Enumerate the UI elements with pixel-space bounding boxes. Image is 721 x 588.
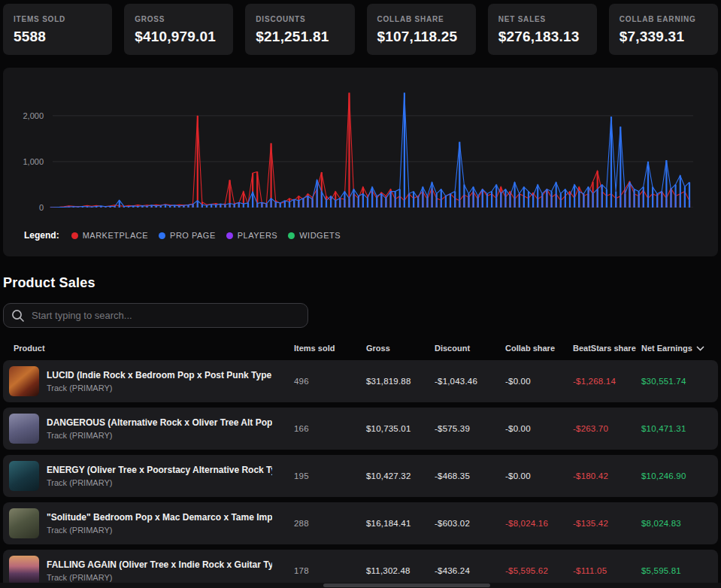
stat-card-label: DISCOUNTS bbox=[256, 15, 344, 23]
bar-pro-page bbox=[243, 204, 244, 208]
beatstars-share-cell: -$135.42 bbox=[573, 519, 641, 528]
horizontal-scrollbar-thumb[interactable] bbox=[323, 583, 490, 587]
stat-card-value: $107,118.25 bbox=[377, 29, 465, 45]
column-header-beatstars-share[interactable]: BeatStars share bbox=[573, 344, 641, 353]
column-header-label: Items sold bbox=[294, 344, 335, 353]
bar-pro-page bbox=[399, 189, 401, 208]
table-row[interactable]: DANGEROUS (Alternative Rock x Oliver Tre… bbox=[3, 408, 718, 450]
horizontal-scrollbar bbox=[0, 583, 721, 588]
bar-pro-page bbox=[395, 192, 396, 208]
gross-cell: $11,302.48 bbox=[366, 566, 435, 575]
legend-item-marketplace[interactable]: MARKETPLACE bbox=[71, 231, 148, 240]
album-art-thumbnail bbox=[9, 508, 39, 538]
bar-pro-page bbox=[156, 206, 157, 208]
product-text: ENERGY (Oliver Tree x Poorstacy Alternat… bbox=[47, 465, 272, 487]
legend-dot-icon bbox=[159, 232, 165, 239]
bar-pro-page bbox=[670, 189, 671, 208]
legend-dot-icon bbox=[226, 232, 233, 239]
bar-pro-page bbox=[77, 207, 79, 208]
bar-pro-page bbox=[519, 194, 520, 208]
table-row[interactable]: "Solitude" Bedroom Pop x Mac Demarco x T… bbox=[3, 502, 718, 544]
bar-pro-page bbox=[615, 192, 616, 208]
bar-pro-page bbox=[551, 192, 553, 208]
bar-pro-page bbox=[426, 196, 428, 208]
bar-pro-page bbox=[532, 196, 534, 208]
bar-pro-page bbox=[597, 189, 598, 208]
table-row[interactable]: ENERGY (Oliver Tree x Poorstacy Alternat… bbox=[3, 455, 718, 497]
search-icon bbox=[11, 309, 25, 323]
legend-item-pro-page[interactable]: PRO PAGE bbox=[159, 231, 216, 240]
bar-pro-page bbox=[100, 206, 101, 208]
legend-item-players[interactable]: PLAYERS bbox=[226, 231, 277, 240]
column-header-label: Product bbox=[14, 344, 45, 353]
bar-pro-page bbox=[317, 180, 318, 208]
gross-cell: $16,184.41 bbox=[366, 519, 435, 528]
items-sold-cell: 178 bbox=[294, 566, 366, 575]
search-box bbox=[3, 303, 308, 328]
bar-pro-page bbox=[353, 189, 355, 208]
gross-cell: $10,735.01 bbox=[366, 424, 435, 433]
album-art-thumbnail bbox=[9, 414, 39, 444]
bar-pro-page bbox=[647, 162, 649, 208]
product-text: FALLING AGAIN (Oliver Tree x Indie Rock … bbox=[47, 559, 272, 582]
product-cell: FALLING AGAIN (Oliver Tree x Indie Rock … bbox=[3, 556, 294, 586]
column-header-discount[interactable]: Discount bbox=[435, 344, 505, 353]
bar-pro-page bbox=[91, 207, 92, 208]
collab-share-cell: -$0.00 bbox=[505, 424, 573, 433]
bar-pro-page bbox=[504, 189, 506, 208]
bar-pro-page bbox=[675, 185, 677, 208]
album-art-thumbnail bbox=[9, 461, 39, 491]
bar-pro-page bbox=[404, 92, 405, 208]
legend-item-widgets[interactable]: WIDGETS bbox=[288, 231, 341, 240]
column-header-product[interactable]: Product bbox=[3, 344, 294, 353]
product-cell: LUCID (Indie Rock x Bedroom Pop x Post P… bbox=[3, 366, 294, 396]
collab-share-cell: -$0.00 bbox=[505, 377, 573, 386]
bar-pro-page bbox=[380, 194, 382, 208]
product-title: "Solitude" Bedroom Pop x Mac Demarco x T… bbox=[47, 512, 272, 523]
bar-pro-page bbox=[141, 206, 143, 208]
bar-pro-page bbox=[280, 203, 281, 208]
bar-pro-page bbox=[684, 187, 686, 208]
beatstars-share-cell: -$111.05 bbox=[573, 566, 641, 575]
bar-pro-page bbox=[523, 187, 525, 208]
bar-pro-page bbox=[629, 182, 630, 208]
bar-pro-page bbox=[201, 205, 203, 208]
bar-pro-page bbox=[620, 127, 621, 208]
bar-pro-page bbox=[293, 199, 295, 208]
net-earnings-cell: $5,595.81 bbox=[641, 566, 718, 575]
bar-pro-page bbox=[390, 192, 392, 208]
bar-pro-page bbox=[367, 199, 368, 208]
bar-pro-page bbox=[583, 194, 584, 208]
search-input[interactable] bbox=[32, 310, 300, 321]
stat-card-value: $21,251.81 bbox=[256, 29, 344, 45]
bar-pro-page bbox=[560, 194, 562, 208]
bar-pro-page bbox=[234, 205, 235, 208]
product-text: "Solitude" Bedroom Pop x Mac Demarco x T… bbox=[47, 512, 272, 535]
bar-pro-page bbox=[192, 205, 194, 208]
bar-pro-page bbox=[652, 187, 653, 208]
y-tick-label: 0 bbox=[2, 203, 44, 212]
column-header-items-sold[interactable]: Items sold bbox=[294, 344, 366, 353]
bar-pro-page bbox=[556, 182, 557, 208]
bar-pro-page bbox=[601, 185, 603, 208]
bar-pro-page bbox=[689, 182, 690, 208]
bar-pro-page bbox=[302, 199, 304, 208]
bar-pro-page bbox=[587, 187, 589, 208]
table-row[interactable]: LUCID (Indie Rock x Bedroom Pop x Post P… bbox=[3, 360, 718, 402]
product-subtitle: Track (PRIMARY) bbox=[47, 573, 272, 582]
bar-pro-page bbox=[105, 207, 106, 208]
sales-dashboard: ITEMS SOLD5588GROSS$410,979.01DISCOUNTS$… bbox=[0, 0, 721, 588]
product-cell: ENERGY (Oliver Tree x Poorstacy Alternat… bbox=[3, 461, 294, 491]
y-tick-label: 1,000 bbox=[2, 157, 44, 166]
bar-pro-page bbox=[284, 201, 286, 208]
column-header-gross[interactable]: Gross bbox=[366, 344, 435, 353]
column-header-collab-share[interactable]: Collab share bbox=[505, 344, 573, 353]
bar-pro-page bbox=[565, 189, 566, 208]
gross-cell: $31,819.88 bbox=[366, 377, 435, 386]
bar-pro-page bbox=[348, 199, 350, 208]
bar-pro-page bbox=[665, 160, 667, 208]
bar-pro-page bbox=[569, 196, 571, 208]
stat-card-gross: GROSS$410,979.01 bbox=[124, 4, 233, 55]
column-header-net-earnings[interactable]: Net Earnings bbox=[641, 344, 718, 353]
product-cell: "Solitude" Bedroom Pop x Mac Demarco x T… bbox=[3, 508, 294, 538]
